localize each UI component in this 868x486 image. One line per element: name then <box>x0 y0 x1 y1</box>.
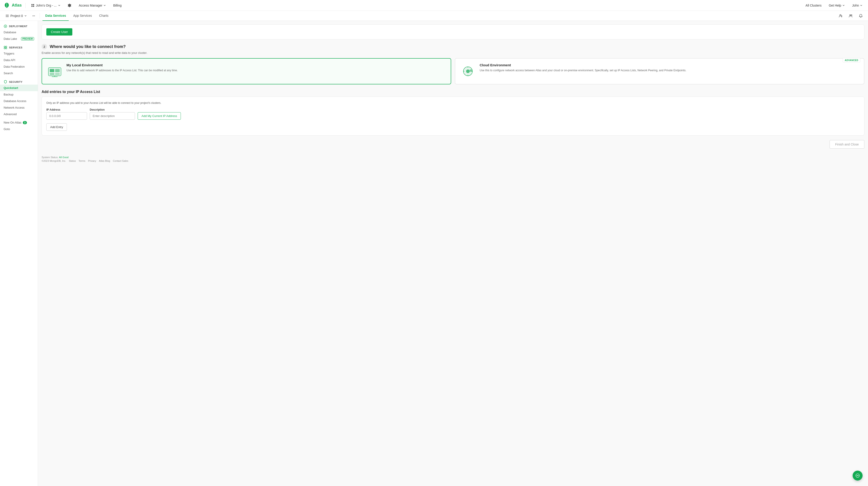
svg-rect-20 <box>55 73 60 75</box>
footer-link-privacy[interactable]: Privacy <box>88 160 96 162</box>
ip-access-list-card: Only an IP address you add to your Acces… <box>41 96 864 136</box>
create-user-card: Create User <box>41 24 864 39</box>
svg-point-6 <box>34 16 35 16</box>
sidebar-item-triggers[interactable]: Triggers <box>0 50 38 57</box>
billing-button[interactable]: Billing <box>112 3 123 8</box>
cloud-env-card[interactable]: ADVANCED Cloud Environment Use this to c… <box>455 58 864 84</box>
all-clusters-button[interactable]: All Clusters <box>804 3 824 8</box>
sub-nav: Project 0 Data Services App Services Cha… <box>0 11 868 21</box>
add-current-ip-button[interactable]: Add My Current IP Address <box>138 112 181 120</box>
bell-icon-button[interactable] <box>857 12 864 20</box>
main-content: Create User 2 Where would you like to co… <box>38 21 868 486</box>
finish-close-button[interactable]: Finish and Close <box>830 140 864 149</box>
billing-label: Billing <box>113 4 122 7</box>
tab-app-services[interactable]: App Services <box>70 11 94 21</box>
project-selector[interactable]: Project 0 <box>4 13 29 19</box>
svg-rect-0 <box>31 4 33 5</box>
main-layout: DEPLOYMENT Database Data Lake PREVIEW SE… <box>0 21 868 486</box>
sidebar-section-deployment: DEPLOYMENT <box>0 23 38 29</box>
project-name: Project 0 <box>10 14 23 18</box>
sidebar-item-advanced[interactable]: Advanced <box>0 111 38 117</box>
add-entry-button[interactable]: Add Entry <box>46 123 67 131</box>
copyright: ©2023 MongoDB, Inc. <box>41 160 66 162</box>
svg-point-23 <box>466 69 470 73</box>
local-env-card[interactable]: My Local Environment Use this to add net… <box>41 58 451 84</box>
tab-charts[interactable]: Charts <box>96 11 111 21</box>
sidebar-item-goto[interactable]: Goto <box>0 126 38 132</box>
sidebar-item-new-on-atlas[interactable]: New On Atlas 3 <box>0 119 38 126</box>
local-env-content: My Local Environment Use this to add net… <box>66 63 178 73</box>
sidebar-item-data-api[interactable]: Data API <box>0 57 38 63</box>
preview-badge: PREVIEW <box>21 37 34 40</box>
ip-note: Only an IP address you add to your Acces… <box>46 102 860 105</box>
finish-area: Finish and Close <box>41 140 864 149</box>
status-label: System Status: <box>41 156 58 159</box>
sidebar-item-data-lake[interactable]: Data Lake PREVIEW <box>0 35 38 42</box>
sub-nav-divider <box>39 13 40 19</box>
sidebar-section-security: SECURITY <box>0 78 38 85</box>
footer-link-contact[interactable]: Contact Sales <box>113 160 128 162</box>
cloud-env-icon <box>460 63 476 79</box>
svg-point-9 <box>851 15 852 16</box>
sidebar-item-network-access[interactable]: Network Access <box>0 104 38 111</box>
footer-link-blog[interactable]: Atlas Blog <box>99 160 110 162</box>
svg-rect-19 <box>50 73 54 75</box>
step-title: Where would you like to connect from? <box>50 44 126 49</box>
access-manager-button[interactable]: Access Manager <box>77 3 107 8</box>
sidebar-item-search[interactable]: Search <box>0 70 38 77</box>
svg-rect-1 <box>33 4 34 5</box>
svg-rect-15 <box>6 48 7 49</box>
svg-point-5 <box>33 16 34 16</box>
description-group: Description <box>90 108 135 120</box>
svg-point-4 <box>33 16 33 16</box>
tab-data-services[interactable]: Data Services <box>42 11 69 21</box>
sidebar-item-database-access[interactable]: Database Access <box>0 98 38 104</box>
svg-rect-14 <box>4 48 5 49</box>
svg-rect-12 <box>4 46 5 47</box>
env-cards-container: My Local Environment Use this to add net… <box>41 58 864 84</box>
ip-address-group: IP Address <box>46 108 87 120</box>
sidebar-item-backup[interactable]: Backup <box>0 91 38 98</box>
svg-rect-18 <box>55 69 60 72</box>
nav-right: All Clusters Get Help John <box>804 3 864 8</box>
logo[interactable]: Atlas <box>4 2 22 8</box>
ip-section-title: Add entries to your IP Access List <box>41 90 864 94</box>
org-selector[interactable]: John's Org - ... <box>29 3 62 8</box>
description-label: Description <box>90 108 135 111</box>
svg-point-26 <box>857 475 857 476</box>
footer-status: System Status: All Good <box>41 156 864 159</box>
team-icon-button[interactable] <box>847 12 855 20</box>
chat-bubble-button[interactable] <box>852 470 863 481</box>
user-menu-button[interactable]: John <box>850 3 864 8</box>
footer-link-status[interactable]: Status <box>69 160 76 162</box>
get-help-button[interactable]: Get Help <box>827 3 846 8</box>
ip-address-input[interactable] <box>46 112 87 120</box>
step-description: Enable access for any network(s) that ne… <box>41 51 864 55</box>
advanced-badge: ADVANCED <box>843 58 860 62</box>
settings-button[interactable] <box>66 2 73 9</box>
sidebar-item-data-federation[interactable]: Data Federation <box>0 63 38 70</box>
description-input[interactable] <box>90 112 135 120</box>
sidebar-item-quickstart[interactable]: Quickstart <box>0 85 38 91</box>
step-header: 2 Where would you like to connect from? <box>41 44 864 49</box>
footer-link-terms[interactable]: Terms <box>79 160 86 162</box>
ip-form: IP Address Description Add My Current IP… <box>46 108 860 120</box>
nav-divider-1 <box>25 3 26 8</box>
svg-rect-13 <box>6 46 7 47</box>
status-value: All Good <box>59 156 68 159</box>
svg-point-7 <box>840 15 841 16</box>
sidebar-item-database[interactable]: Database <box>0 29 38 35</box>
sub-nav-right <box>837 12 864 20</box>
svg-rect-17 <box>50 69 54 72</box>
org-name: John's Org - ... <box>36 4 57 7</box>
ip-address-label: IP Address <box>46 108 87 111</box>
footer: System Status: All Good ©2023 MongoDB, I… <box>38 153 868 165</box>
access-manager-label: Access Manager <box>79 4 102 7</box>
project-options-button[interactable] <box>31 13 37 19</box>
local-env-icon <box>46 63 63 79</box>
create-user-button[interactable]: Create User <box>46 28 72 35</box>
svg-rect-24 <box>470 69 472 72</box>
svg-point-8 <box>850 15 851 16</box>
new-on-atlas-badge: 3 <box>23 121 27 124</box>
users-icon-button[interactable] <box>837 12 844 20</box>
